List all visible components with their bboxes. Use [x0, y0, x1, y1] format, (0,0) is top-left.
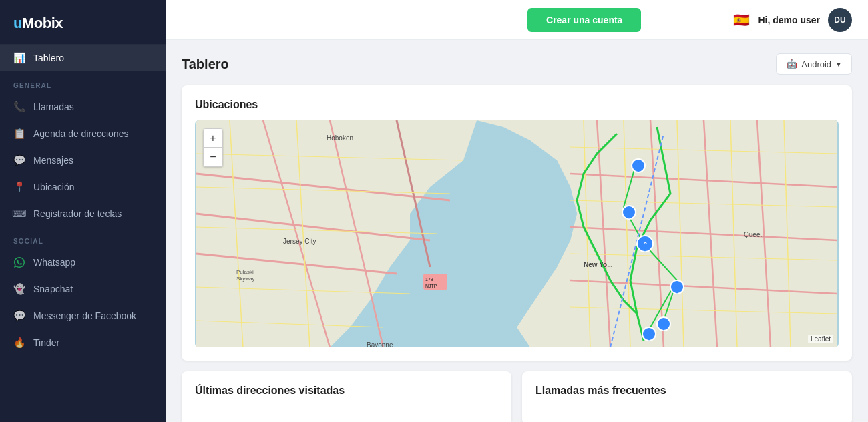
svg-text:Quee...: Quee...: [744, 231, 766, 238]
svg-text:NJTP: NJTP: [425, 284, 437, 288]
sidebar-item-label: Tablero: [33, 53, 64, 63]
sidebar-item-ubicacion[interactable]: 📍 Ubicación: [0, 174, 166, 200]
ubicacion-icon: 📍: [13, 181, 25, 193]
sidebar-item-label: Agenda de direcciones: [33, 128, 128, 139]
zoom-out-button[interactable]: −: [204, 148, 222, 166]
main-content: Crear una cuenta 🇪🇸 Hi, demo user DU Tab…: [166, 0, 868, 422]
sidebar-item-label: Tinder: [33, 337, 59, 348]
svg-text:Pulaski: Pulaski: [236, 269, 254, 275]
android-label: Android: [801, 59, 831, 69]
avatar[interactable]: DU: [828, 8, 852, 32]
greeting-text: Hi, demo user: [758, 15, 820, 25]
sidebar-item-agenda[interactable]: 📋 Agenda de direcciones: [0, 120, 166, 147]
logo-text: uMobix: [13, 15, 63, 31]
tinder-icon: 🔥: [13, 337, 25, 349]
sidebar-item-label: Ubicación: [33, 182, 74, 192]
page-title: Tablero: [182, 57, 229, 72]
bottom-cards-row: Últimas direcciones visitadas Llamadas m…: [182, 371, 852, 422]
svg-text:New Yo...: New Yo...: [584, 261, 613, 268]
sidebar-item-label: Llamadas: [33, 101, 74, 112]
page-header: Tablero 🤖 Android ▼: [182, 53, 852, 75]
tablero-icon: 📊: [13, 52, 25, 64]
svg-text:178: 178: [425, 277, 433, 282]
sidebar-item-label: Registrador de teclas: [33, 208, 122, 219]
bottom-right-title: Llamadas más frecuentes: [535, 385, 839, 397]
android-icon: 🤖: [786, 59, 797, 69]
page-content: Tablero 🤖 Android ▼ Ubicaciones: [166, 40, 868, 422]
sidebar-item-whatsapp[interactable]: Whatsapp: [0, 249, 166, 276]
sidebar-section-social: SOCIAL: [0, 227, 166, 249]
whatsapp-icon: [13, 256, 25, 268]
sidebar-section-general: GENERAL: [0, 71, 166, 93]
agenda-icon: 📋: [13, 128, 25, 140]
mensajes-icon: 💬: [13, 154, 25, 166]
topbar: Crear una cuenta 🇪🇸 Hi, demo user DU: [166, 0, 868, 40]
map-svg: Hoboken Jersey City New Yo... Bayonne Qu…: [195, 120, 839, 347]
bottom-card-left: Últimas direcciones visitadas: [182, 371, 511, 422]
sidebar: uMobix 📊 Tablero GENERAL 📞 Llamadas 📋 Ag…: [0, 0, 166, 422]
sidebar-item-messenger[interactable]: 💬 Messenger de Facebook: [0, 302, 166, 329]
svg-text:Jersey City: Jersey City: [283, 238, 316, 245]
sidebar-item-label: Whatsapp: [33, 257, 75, 268]
topbar-right: 🇪🇸 Hi, demo user DU: [733, 8, 852, 32]
snapchat-icon: 👻: [13, 283, 25, 295]
zoom-in-button[interactable]: +: [204, 129, 222, 148]
svg-text:Bayonne: Bayonne: [367, 341, 393, 347]
registrador-icon: ⌨: [13, 208, 25, 220]
map-container: Hoboken Jersey City New Yo... Bayonne Qu…: [195, 120, 839, 347]
sidebar-item-label: Messenger de Facebook: [33, 310, 136, 321]
sidebar-item-registrador[interactable]: ⌨ Registrador de teclas: [0, 200, 166, 227]
sidebar-item-tinder[interactable]: 🔥 Tinder: [0, 329, 166, 356]
ubicaciones-title: Ubicaciones: [195, 99, 839, 111]
messenger-icon: 💬: [13, 310, 25, 322]
sidebar-item-label: Mensajes: [33, 155, 73, 166]
svg-text:Hoboken: Hoboken: [327, 134, 353, 142]
android-dropdown-button[interactable]: 🤖 Android ▼: [776, 53, 852, 75]
svg-text:Skyway: Skyway: [236, 276, 255, 282]
ubicaciones-card: Ubicaciones: [182, 85, 852, 361]
bottom-card-right: Llamadas más frecuentes: [522, 371, 852, 422]
bottom-left-title: Últimas direcciones visitadas: [195, 385, 498, 397]
sidebar-item-label: Snapchat: [33, 284, 73, 294]
create-account-button[interactable]: Crear una cuenta: [527, 8, 641, 32]
chevron-down-icon: ▼: [835, 61, 842, 68]
leaflet-credit: Leaflet: [808, 335, 833, 343]
flag-icon: 🇪🇸: [733, 12, 750, 28]
sidebar-logo: uMobix: [0, 0, 166, 45]
sidebar-item-mensajes[interactable]: 💬 Mensajes: [0, 147, 166, 174]
sidebar-item-snapchat[interactable]: 👻 Snapchat: [0, 276, 166, 302]
sidebar-item-llamadas[interactable]: 📞 Llamadas: [0, 93, 166, 120]
sidebar-item-tablero[interactable]: 📊 Tablero: [0, 45, 166, 71]
map-controls: + −: [203, 128, 223, 167]
llamadas-icon: 📞: [13, 101, 25, 113]
